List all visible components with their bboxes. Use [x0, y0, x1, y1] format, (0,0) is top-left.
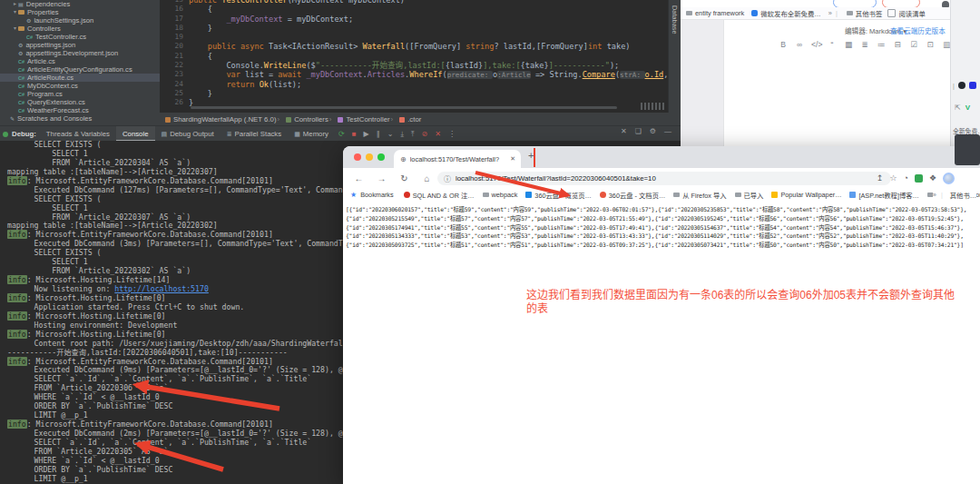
bookmark-item[interactable]: Popular Wallpaper… — [771, 191, 841, 199]
rerun-icon[interactable]: ⟳ — [338, 130, 345, 138]
list-ol-icon[interactable]: ≔ — [877, 40, 886, 50]
image-icon[interactable]: ⊡ — [926, 40, 935, 50]
task-icon[interactable]: ☑ — [909, 40, 918, 50]
browser-tab[interactable]: ⊕ localhost:5170/Test/Waterfall? ✕ — [394, 150, 521, 168]
bookmarks-overflow-chevron[interactable]: » — [828, 9, 832, 17]
tree-item[interactable]: C#WeatherForecast.cs — [0, 106, 160, 114]
profile-avatar[interactable] — [943, 173, 955, 184]
code-line[interactable]: } — [189, 24, 668, 33]
history-clock-icon[interactable]: ◔ — [903, 173, 907, 183]
pause-icon[interactable]: ∥ — [377, 130, 380, 138]
panel-window-controls[interactable]: ✕❏⚙— — [621, 127, 671, 135]
more-icon[interactable]: ⋮ — [448, 130, 456, 138]
code-line[interactable]: return Ok(list); — [189, 80, 668, 89]
share-icon[interactable]: ⇱ — [955, 104, 961, 112]
minimize-window-button[interactable] — [366, 153, 373, 161]
tree-item[interactable]: ▸▤Dependencies — [0, 0, 160, 8]
step-over-icon[interactable]: ⌄ — [387, 130, 394, 138]
minimize-icon[interactable]: — — [664, 127, 671, 135]
tree-item[interactable]: C#ArticleEntityQueryConfiguration.cs — [0, 65, 160, 74]
table-icon[interactable]: ▦ — [844, 40, 853, 50]
other-bookmarks[interactable]: 其他书签 — [856, 8, 883, 18]
code-line[interactable]: _myDbContext = myDbContext; — [189, 15, 668, 24]
code-line[interactable]: var list = await _myDbContext.Articles.W… — [189, 70, 668, 79]
bookmark-item[interactable]: webpack — [483, 191, 518, 199]
project-tree[interactable]: ▸▤Dependencies▾Properties⚙launchSettings… — [0, 0, 160, 125]
reload-icon[interactable]: ↻ — [397, 173, 411, 183]
tab-database[interactable]: Database — [668, 0, 681, 113]
tree-item[interactable]: ⚙appsettings.Development.json — [0, 49, 160, 57]
breadcrumb-item[interactable]: TestController — [346, 115, 389, 123]
cloud-history-link[interactable]: 查看云端历史版本 — [890, 25, 946, 35]
resume-icon[interactable]: ▶ — [364, 130, 369, 138]
breadcrumb-item[interactable]: .ctor — [407, 115, 421, 123]
settings-icon[interactable]: ⚙ — [650, 127, 656, 135]
code-line[interactable]: { — [189, 5, 668, 14]
quote-icon[interactable]: “ — [828, 40, 837, 50]
new-tab-button[interactable]: + — [528, 150, 534, 161]
tree-item-selected[interactable]: C#ArticleRoute.cs — [0, 74, 160, 82]
debug-tab-parallel-stacks[interactable]: ≣Parallel Stacks — [220, 126, 288, 142]
code-line[interactable]: { — [189, 52, 668, 61]
localhost-link[interactable]: http://localhost:5170 — [114, 284, 209, 293]
breadcrumb-item[interactable]: Controllers — [294, 115, 328, 123]
code-line[interactable]: public async Task<IActionResult> Waterfa… — [189, 42, 668, 51]
close-icon[interactable]: ✕ — [621, 127, 627, 135]
bookmark-item[interactable]: 360云盘 - 概览页… — [525, 191, 591, 200]
bookmark-item[interactable]: 从 Firefox 导入 — [673, 191, 726, 200]
bookmark-item[interactable]: [ASP.net教程]博客… — [849, 191, 918, 200]
home-icon[interactable]: ⌂ — [420, 173, 434, 183]
step-out-icon[interactable]: ⤒ — [411, 130, 415, 139]
step-into-icon[interactable]: ⤓ — [400, 130, 404, 139]
tree-item[interactable]: ✎Scratches and Consoles — [0, 114, 160, 123]
list-ul-icon[interactable]: ≣ — [860, 40, 869, 50]
code-icon[interactable]: </> — [811, 40, 820, 50]
other-bookmarks[interactable]: 其他书… — [950, 191, 976, 200]
bookmark-item[interactable]: entity framework — [695, 9, 744, 17]
bookmark-item[interactable]: SQL AND & OR 注… — [404, 191, 475, 200]
bookmark-item[interactable]: 已导入 — [735, 191, 764, 200]
code-line[interactable] — [189, 33, 668, 42]
tree-item[interactable]: C#TestController.cs — [0, 33, 160, 41]
green-extension-icon[interactable] — [915, 174, 923, 183]
breadcrumb[interactable]: ShardingWaterfallApp (.NET 6.0)›Controll… — [160, 113, 681, 126]
tree-item[interactable]: ⚙launchSettings.json — [0, 16, 160, 25]
reading-list[interactable]: 阅读清单 — [898, 8, 926, 18]
bookmark-item[interactable]: 360云盘 - 文档页… — [600, 191, 665, 200]
markdown-toolbar[interactable]: B∞</>“▦≣≔⊟☑⊡▥⤢ — [779, 40, 967, 50]
stop-icon[interactable]: ■ — [352, 130, 357, 138]
debug-tab-threads-variables[interactable]: Threads & Variables — [40, 126, 116, 142]
code-editor[interactable]: 151617181920212223242526 public TestCont… — [160, 0, 668, 113]
tree-item[interactable]: C#Article.cs — [0, 57, 160, 65]
address-bar[interactable]: ⓘ localhost:5170/Test/Waterfall?lastId=2… — [437, 172, 891, 185]
debug-tab-memory[interactable]: ▦Memory — [288, 126, 335, 142]
share-icon[interactable]: ↥ — [877, 173, 884, 183]
tree-item[interactable]: ▾Controllers — [0, 25, 160, 33]
back-icon[interactable]: ← — [352, 173, 366, 183]
forward-icon[interactable]: → — [375, 173, 388, 183]
extension-v-icon[interactable]: V — [965, 104, 970, 112]
tree-item[interactable]: C#MyDbContext.cs — [0, 82, 160, 90]
breadcrumb-item[interactable]: ShardingWaterfallApp (.NET 6.0) — [173, 115, 277, 123]
code-line[interactable]: Console.WriteLine($"-----------开始查询,last… — [189, 61, 668, 70]
tree-chevron-icon[interactable]: ▾ — [12, 25, 18, 33]
baidu-icon[interactable] — [969, 82, 976, 89]
site-info-icon[interactable]: ⓘ — [444, 173, 451, 183]
split-icon[interactable]: ❏ — [635, 127, 642, 135]
editor-hscrollbar[interactable] — [191, 106, 617, 109]
tree-chevron-icon[interactable]: ▾ — [12, 8, 18, 16]
bookmark-item[interactable]: 微软发布全新免费… — [760, 8, 821, 18]
tree-item[interactable]: ▾Properties — [0, 8, 160, 16]
close-window-button[interactable] — [354, 153, 361, 161]
tree-chevron-icon[interactable]: ▸ — [12, 0, 18, 8]
github-icon[interactable] — [958, 82, 965, 89]
debug-tab-debug-output[interactable]: ▤Debug Output — [155, 126, 220, 142]
extensions-puzzle-icon[interactable]: ❖ — [929, 173, 936, 183]
bold-icon[interactable]: B — [779, 40, 788, 50]
bookmarks-root[interactable]: Bookmarks — [360, 191, 394, 199]
editor-code[interactable]: public TestController(MyDbContext myDbCo… — [189, 0, 668, 108]
indent-icon[interactable]: ⊟ — [893, 40, 902, 50]
link-icon[interactable]: ∞ — [795, 40, 804, 50]
bookmark-star-icon[interactable]: ☆ — [889, 173, 897, 183]
mute-icon[interactable]: ⊘ — [421, 130, 427, 138]
